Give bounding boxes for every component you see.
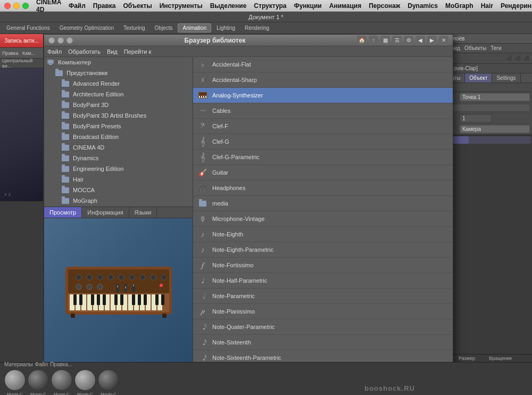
menu-render[interactable]: Рендеринг: [501, 2, 532, 10]
list-label-accidental-flat: Accidental-Flat: [212, 61, 251, 68]
dialog-menu-view[interactable]: Вид: [107, 48, 118, 55]
guitar-icon: 🎸: [197, 167, 208, 178]
tab-texturing[interactable]: Texturing: [119, 24, 149, 32]
material-4[interactable]: Movie-C: [74, 369, 96, 396]
tree-item-bodypaint-brushes[interactable]: BodyPaint 3D Artist Brushes: [44, 110, 193, 121]
prop-input-sides[interactable]: [460, 114, 492, 122]
menu-file[interactable]: Файл: [69, 2, 86, 10]
list-label-note-sixteenth-param: Note-Sixteenth-Parametric: [212, 355, 281, 361]
list-item-note-parametric[interactable]: 𝅗𝅥 Note-Parametric: [193, 289, 453, 304]
dialog-icon-close[interactable]: ✕: [439, 36, 448, 45]
menu-character[interactable]: Персонаж: [369, 2, 400, 10]
list-item-clef-f[interactable]: 𝄢 Clef-F: [193, 119, 453, 134]
menu-hair[interactable]: Hair: [481, 2, 493, 10]
dialog-menu-goto[interactable]: Перейти к: [124, 48, 151, 55]
tab-general-functions[interactable]: General Functions: [2, 24, 54, 32]
list-item-note-fortissimo[interactable]: 𝆑 Note-Fortissimo: [193, 258, 453, 273]
menu-edit[interactable]: Правка: [93, 2, 116, 10]
materials-menu-file[interactable]: Файл: [35, 361, 48, 367]
tree-item-mograph[interactable]: MoGraph: [44, 195, 193, 206]
tree-item-dynamics[interactable]: Dynamics: [44, 153, 193, 163]
dialog-icon-up[interactable]: ↑: [369, 36, 378, 45]
tree-label-bodypaint-presets: BodyPaint Presets: [73, 123, 121, 129]
menu-selection[interactable]: Выделение: [210, 2, 247, 10]
list-item-accidental-sharp[interactable]: ♯ Accidental-Sharp: [193, 72, 453, 88]
dialog-maximize[interactable]: [66, 37, 73, 44]
tab-rendering[interactable]: Rendering: [240, 24, 273, 32]
list-item-guitar[interactable]: 🎸 Guitar: [193, 165, 453, 180]
right-menu-objects[interactable]: Объекты: [464, 45, 486, 51]
close-button[interactable]: [4, 3, 11, 9]
dialog-list: ♭ Accidental-Flat ♯ Accidental-Sharp: [193, 57, 453, 378]
tab-geometry-optimization[interactable]: Geometry Optimization: [55, 24, 118, 32]
list-item-clef-g-parametric[interactable]: 𝄞 Clef-G-Parametric: [193, 150, 453, 165]
tree-tab-langs[interactable]: Языки: [129, 207, 157, 218]
tree-label-dynamics: Dynamics: [73, 155, 98, 161]
list-item-note-quater-param[interactable]: 𝅘𝅥𝅮 Note-Quater-Parametric: [193, 319, 453, 335]
material-3[interactable]: Movie-C: [51, 369, 72, 396]
dialog-icon-grid[interactable]: ▦: [380, 36, 390, 45]
dialog-icon-list[interactable]: ☰: [392, 36, 402, 45]
tab-settings[interactable]: Settings: [492, 73, 520, 83]
list-item-microphone-vintage[interactable]: 🎙 Microphone-Vintage: [193, 211, 453, 227]
material-1[interactable]: Movie-C: [4, 369, 26, 396]
tree-item-engineering-edition[interactable]: Engineering Edition: [44, 163, 193, 174]
dialog-icon-settings[interactable]: ⚙: [404, 36, 413, 45]
menu-mograph[interactable]: MoGraph: [445, 2, 473, 10]
minimize-button[interactable]: [13, 3, 20, 9]
dialog-close[interactable]: [48, 37, 55, 44]
material-5[interactable]: Movie-C: [98, 369, 119, 396]
menu-functions[interactable]: Функции: [294, 2, 321, 10]
prop-dropdown-1[interactable]: Точка 1: [460, 93, 530, 101]
material-balls-row: Movie-C Movie-C Movie-C Movie-C Movie-C: [4, 369, 119, 396]
prop-dropdown-camera[interactable]: Камера: [460, 125, 530, 133]
list-item-analog-synth[interactable]: Analog-Synthesizer: [193, 88, 453, 103]
tab-lighting[interactable]: Lighting: [212, 24, 239, 32]
tab-animation[interactable]: Animation: [178, 23, 211, 32]
tree-item-cinema4d[interactable]: CINEMA 4D: [44, 142, 193, 153]
maximize-button[interactable]: [22, 3, 29, 9]
dialog-menu-process[interactable]: Обработать: [68, 48, 101, 55]
dialog-icon-arrow-r[interactable]: ▶: [427, 36, 437, 45]
list-item-headphones[interactable]: 🎧 Headphones: [193, 180, 453, 196]
list-item-accidental-flat[interactable]: ♭ Accidental-Flat: [193, 57, 453, 72]
menu-structure[interactable]: Структура: [254, 2, 286, 10]
dialog-icon-arrow-l[interactable]: ◀: [415, 36, 425, 45]
tree-item-broadcast-edition[interactable]: Broadcast Edition: [44, 131, 193, 142]
list-item-note-pianissimo[interactable]: 𝆏 Note-Pianissimo: [193, 304, 453, 319]
dialog-menu-file[interactable]: Файл: [47, 48, 62, 55]
tree-item-advanced-render[interactable]: Advanced Render: [44, 78, 193, 89]
menu-animation[interactable]: Анимация: [329, 2, 361, 10]
list-item-note-eighth[interactable]: ♪ Note-Eighth: [193, 227, 453, 242]
tree-item-mocca[interactable]: MOCCA: [44, 185, 193, 195]
materials-menu-edit[interactable]: Правка...: [50, 361, 72, 367]
folder-icon-hair: [61, 176, 70, 183]
menu-objects[interactable]: Объекты: [123, 2, 152, 10]
menu-tools[interactable]: Инструменты: [160, 2, 203, 10]
menu-dynamics[interactable]: Dynamics: [408, 2, 438, 10]
dialog-icon-home[interactable]: 🏠: [357, 36, 367, 45]
right-menu-tags[interactable]: Теги: [491, 45, 501, 51]
tree-item-hair[interactable]: Hair: [44, 174, 193, 185]
synthesizer-svg: [60, 256, 177, 331]
menu-cinema4d[interactable]: CINEMA 4D: [36, 0, 61, 13]
material-2[interactable]: Movie-C: [28, 369, 49, 396]
list-item-media[interactable]: media: [193, 196, 453, 211]
list-item-note-sixteenth[interactable]: 𝅘𝅥𝅯 Note-Sixteenth: [193, 335, 453, 350]
tab-objects[interactable]: Objects: [151, 24, 177, 32]
document-titlebar: Документ 1 *: [0, 12, 532, 22]
dialog-minimize[interactable]: [57, 37, 64, 44]
tree-tab-info[interactable]: Информация: [82, 207, 129, 218]
tree-item-bodypaint-presets[interactable]: BodyPaint Presets: [44, 121, 193, 131]
svg-point-12: [151, 275, 156, 280]
tab-object[interactable]: Объект: [465, 73, 492, 83]
list-item-note-half-param[interactable]: ♩ Note-Half-Parametric: [193, 273, 453, 289]
list-item-cables[interactable]: 〰 Cables: [193, 103, 453, 119]
record-button[interactable]: Запись акти...: [0, 34, 43, 48]
tree-item-bodypaint3d[interactable]: BodyPaint 3D: [44, 100, 193, 110]
list-item-clef-g[interactable]: 𝄞 Clef-G: [193, 134, 453, 150]
tree-tab-preview[interactable]: Просмотр: [44, 207, 82, 218]
list-item-note-eighth-param[interactable]: ♪ Note-Eighth-Parametric: [193, 242, 453, 258]
tree-item-architecture-edition[interactable]: Architecture Edition: [44, 89, 193, 100]
tree-item-presets[interactable]: Предустановки: [44, 68, 193, 78]
